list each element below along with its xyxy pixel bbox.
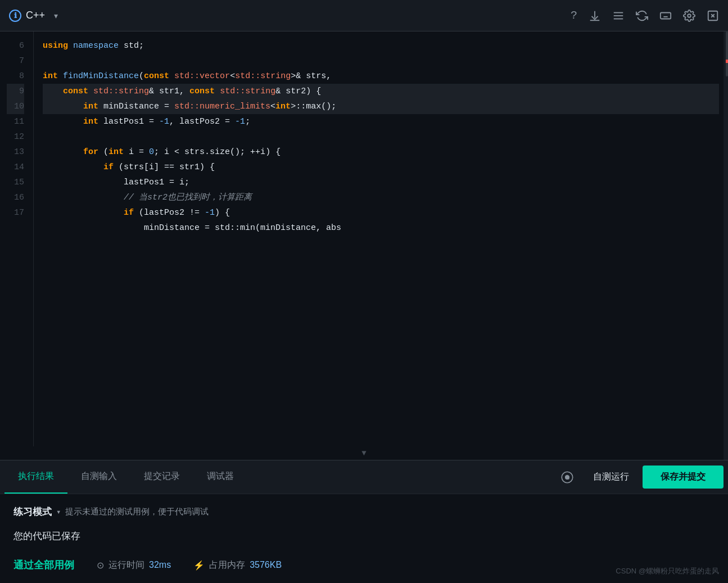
toolbar: ℹ C++ ▾ ?: [0, 0, 728, 31]
scrollbar-area[interactable]: [724, 31, 728, 446]
tab-bar: 执行结果 自测输入 提交记录 调试器 自测运行 保存并提交: [0, 460, 728, 494]
clock-icon: ⊙: [97, 560, 104, 571]
download-icon[interactable]: [589, 10, 601, 22]
practice-mode-dropdown-icon[interactable]: ▾: [56, 507, 61, 517]
code-line-8: int findMinDistance(const std::vector<st…: [43, 69, 719, 84]
tab-execution-result[interactable]: 执行结果: [4, 460, 67, 494]
pass-all-label: 通过全部用例: [13, 558, 74, 572]
code-line-10: int lastPos1 = -1, lastPos2 = -1;: [43, 114, 719, 129]
saved-message: 您的代码已保存: [13, 530, 715, 543]
practice-mode-row: 练习模式 ▾ 提示未通过的测试用例，便于代码调试: [13, 505, 715, 518]
code-editor[interactable]: 6 7 8 9 10 11 12 13 14 15 16 17 using na…: [0, 31, 728, 460]
tab-debugger[interactable]: 调试器: [193, 460, 247, 494]
scroll-indicator: [726, 31, 728, 76]
debug-icon-button[interactable]: [555, 465, 580, 490]
code-line-14: lastPos1 = i;: [43, 175, 719, 190]
list-icon[interactable]: [612, 10, 625, 22]
runtime-value: 32ms: [149, 560, 171, 570]
code-line-15: // 当str2也已找到时，计算距离: [43, 190, 719, 205]
error-indicator: [726, 60, 728, 63]
code-lines[interactable]: using namespace std; int findMinDistance…: [34, 31, 728, 446]
settings-icon[interactable]: [683, 10, 695, 22]
practice-mode-description: 提示未通过的测试用例，便于代码调试: [65, 507, 209, 517]
chevron-down-icon: ▼: [361, 449, 366, 458]
code-content: 6 7 8 9 10 11 12 13 14 15 16 17 using na…: [0, 31, 728, 446]
code-line-6: using namespace std;: [43, 38, 719, 53]
code-line-12: for (int i = 0; i < strs.size(); ++i) {: [43, 144, 719, 160]
runtime-stat: ⊙ 运行时间 32ms: [97, 559, 171, 571]
info-icon: ℹ: [9, 10, 21, 22]
keyboard-icon[interactable]: [659, 10, 672, 22]
self-test-run-button[interactable]: 自测运行: [580, 471, 643, 483]
svg-point-9: [688, 14, 691, 17]
language-label: C++: [26, 10, 45, 21]
close-icon[interactable]: [707, 10, 719, 22]
code-line-11: [43, 129, 719, 144]
svg-rect-3: [661, 12, 671, 19]
refresh-icon[interactable]: [636, 10, 648, 22]
code-line-16: if (lastPos2 != -1) {: [43, 205, 719, 220]
practice-mode-label: 练习模式: [13, 505, 52, 518]
toolbar-right: ?: [571, 9, 719, 22]
memory-icon: ⚡: [193, 560, 205, 571]
collapse-bar[interactable]: ▼: [0, 446, 728, 460]
code-line-13: if (strs[i] == str1) {: [43, 160, 719, 175]
language-dropdown-button[interactable]: ▾: [49, 9, 62, 22]
line-numbers: 6 7 8 9 10 11 12 13 14 15 16 17: [0, 31, 34, 446]
memory-label: 占用内存: [209, 559, 245, 571]
code-line-9: int minDistance = std::numeric_limits<in…: [43, 99, 719, 114]
memory-value: 3576KB: [250, 560, 282, 570]
help-icon[interactable]: ?: [571, 9, 577, 22]
tab-submission-history[interactable]: 提交记录: [130, 460, 193, 494]
toolbar-left: ℹ C++ ▾: [9, 9, 62, 22]
code-line-17: minDistance = std::min(minDistance, abs: [43, 220, 719, 236]
tab-self-test-input[interactable]: 自测输入: [67, 460, 130, 494]
runtime-label: 运行时间: [108, 559, 144, 571]
code-line-8b: const std::string& str1, const std::stri…: [43, 84, 719, 99]
results-row: 通过全部用例 ⊙ 运行时间 32ms ⚡ 占用内存 3576KB: [13, 558, 715, 572]
submit-button[interactable]: 保存并提交: [643, 466, 724, 489]
watermark: CSDN @螺蛳粉只吃炸蛋的走风: [616, 566, 719, 576]
memory-stat: ⚡ 占用内存 3576KB: [193, 559, 282, 571]
svg-point-14: [566, 475, 569, 479]
code-line-7: [43, 53, 719, 69]
